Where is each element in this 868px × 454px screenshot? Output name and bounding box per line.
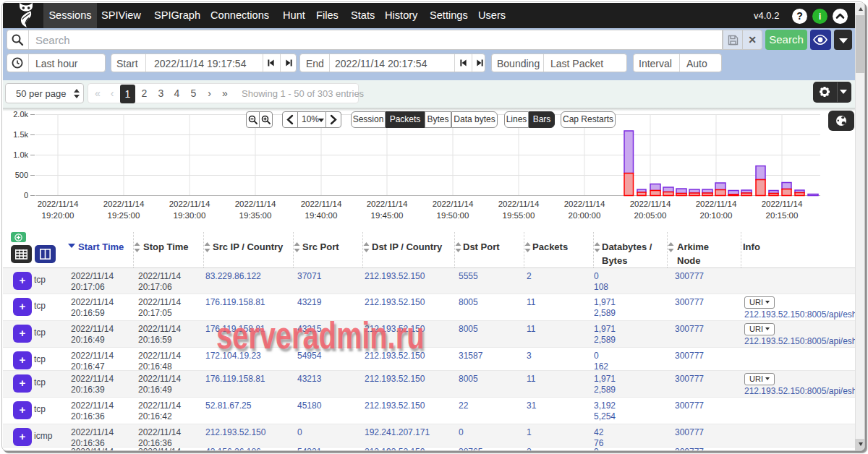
svg-text:2022/11/14: 2022/11/14 bbox=[630, 200, 671, 208]
svg-text:19:25:00: 19:25:00 bbox=[108, 211, 140, 220]
svg-text:19:55:00: 19:55:00 bbox=[503, 211, 535, 220]
svg-text:2022/11/14: 2022/11/14 bbox=[564, 200, 605, 208]
svg-text:20:00:00: 20:00:00 bbox=[569, 211, 601, 220]
svg-text:19:20:00: 19:20:00 bbox=[42, 211, 75, 220]
svg-text:2022/11/14: 2022/11/14 bbox=[762, 200, 803, 208]
svg-text:20:05:00: 20:05:00 bbox=[634, 211, 667, 220]
svg-text:19:50:00: 19:50:00 bbox=[437, 211, 469, 220]
svg-text:2022/11/14: 2022/11/14 bbox=[169, 200, 210, 208]
svg-text:0: 0 bbox=[24, 191, 28, 200]
svg-text:2022/11/14: 2022/11/14 bbox=[235, 200, 276, 208]
svg-text:2022/11/14: 2022/11/14 bbox=[367, 200, 408, 208]
svg-text:2022/11/14: 2022/11/14 bbox=[433, 200, 474, 208]
svg-text:2022/11/14: 2022/11/14 bbox=[38, 200, 79, 208]
svg-text:1.5k: 1.5k bbox=[13, 130, 28, 139]
svg-text:2022/11/14: 2022/11/14 bbox=[301, 200, 342, 208]
svg-text:1.0k: 1.0k bbox=[13, 150, 28, 159]
svg-text:2.0k: 2.0k bbox=[13, 110, 28, 119]
svg-text:19:30:00: 19:30:00 bbox=[174, 211, 206, 220]
svg-text:2022/11/14: 2022/11/14 bbox=[103, 200, 145, 208]
svg-text:2022/11/14: 2022/11/14 bbox=[696, 200, 737, 208]
svg-text:20:10:00: 20:10:00 bbox=[700, 211, 733, 220]
svg-text:500: 500 bbox=[15, 171, 28, 179]
svg-text:19:35:00: 19:35:00 bbox=[239, 211, 272, 220]
svg-text:2022/11/14: 2022/11/14 bbox=[498, 200, 540, 208]
svg-text:19:40:00: 19:40:00 bbox=[305, 211, 338, 220]
svg-text:19:45:00: 19:45:00 bbox=[371, 211, 404, 220]
svg-text:20:15:00: 20:15:00 bbox=[766, 211, 799, 220]
